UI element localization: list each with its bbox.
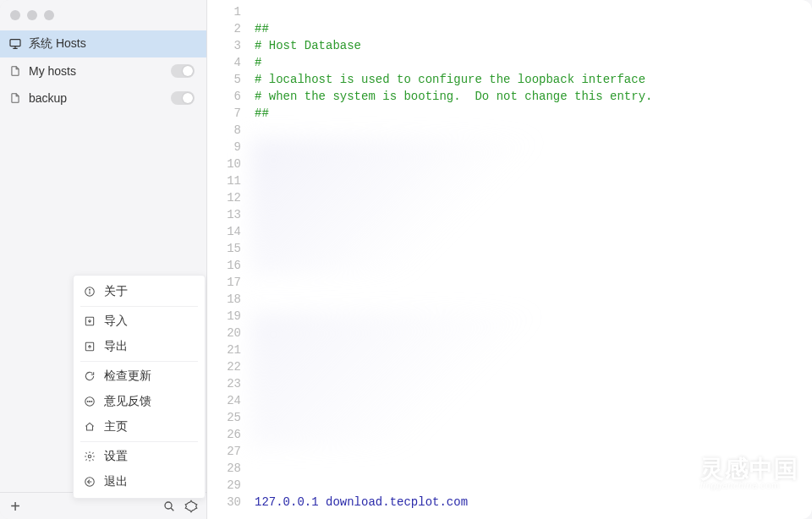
sidebar-items: 系统 HostsMy hostsbackup bbox=[0, 30, 206, 112]
menu-item-label: 退出 bbox=[104, 474, 128, 489]
line-number: 19 bbox=[207, 308, 250, 325]
line-number: 7 bbox=[207, 105, 250, 122]
code-line bbox=[255, 460, 812, 477]
line-number: 15 bbox=[207, 240, 250, 257]
line-number: 24 bbox=[207, 392, 250, 409]
menu-item-export[interactable]: 导出 bbox=[74, 334, 205, 359]
code-line bbox=[255, 274, 812, 291]
line-number: 26 bbox=[207, 426, 250, 443]
svg-line-16 bbox=[171, 508, 173, 511]
svg-point-10 bbox=[90, 402, 91, 402]
line-number: 12 bbox=[207, 189, 250, 206]
sidebar-item-label: backup bbox=[29, 91, 164, 105]
refresh-icon bbox=[84, 370, 96, 382]
gear-icon bbox=[84, 451, 96, 462]
blurred-region bbox=[251, 313, 606, 448]
line-number: 10 bbox=[207, 156, 250, 172]
traffic-minimize[interactable] bbox=[27, 10, 37, 20]
menu-item-gear[interactable]: 设置 bbox=[74, 444, 205, 469]
line-number: 5 bbox=[207, 71, 250, 88]
line-number: 18 bbox=[207, 291, 250, 308]
more-menu-popup: 关于导入导出检查更新意见反馈主页设置退出 bbox=[73, 275, 206, 499]
menu-item-refresh[interactable]: 检查更新 bbox=[74, 363, 205, 389]
more-button[interactable] bbox=[183, 498, 200, 515]
line-number: 21 bbox=[207, 341, 250, 358]
code-line bbox=[255, 122, 812, 139]
menu-item-label: 主页 bbox=[104, 419, 128, 434]
line-number: 29 bbox=[207, 477, 250, 494]
sidebar-item-label: 系统 Hosts bbox=[29, 36, 195, 52]
sidebar-item-label: My hosts bbox=[29, 64, 164, 78]
code-line bbox=[255, 477, 812, 494]
titlebar bbox=[0, 0, 206, 30]
chat-icon bbox=[84, 396, 96, 407]
code-line bbox=[255, 3, 812, 20]
menu-item-label: 关于 bbox=[104, 284, 128, 299]
menu-item-import[interactable]: 导入 bbox=[74, 309, 205, 334]
export-icon bbox=[84, 341, 96, 352]
code-line bbox=[255, 291, 812, 308]
line-number: 2 bbox=[207, 20, 250, 37]
sidebar-item-2[interactable]: backup bbox=[0, 85, 206, 112]
line-number: 13 bbox=[207, 206, 250, 223]
logout-icon bbox=[84, 476, 96, 488]
import-icon bbox=[84, 315, 96, 327]
menu-item-label: 意见反馈 bbox=[104, 394, 151, 409]
line-number: 8 bbox=[207, 122, 250, 139]
svg-point-15 bbox=[165, 502, 172, 509]
svg-point-9 bbox=[87, 402, 88, 402]
code-line: # bbox=[255, 54, 812, 71]
sidebar: 系统 HostsMy hostsbackup 关于导入导出检查更新意见反馈主页设… bbox=[0, 0, 207, 519]
file-icon bbox=[8, 64, 22, 78]
add-button[interactable]: + bbox=[7, 498, 24, 515]
menu-item-home[interactable]: 主页 bbox=[74, 414, 205, 440]
code-line: ## bbox=[255, 20, 812, 37]
sidebar-item-0[interactable]: 系统 Hosts bbox=[0, 30, 206, 57]
menu-separator bbox=[80, 441, 198, 442]
file-icon bbox=[8, 91, 22, 105]
line-number: 30 bbox=[207, 494, 250, 511]
blurred-region bbox=[251, 139, 606, 274]
editor[interactable]: 1234567891011121314151617181920212223242… bbox=[207, 0, 812, 519]
traffic-zoom[interactable] bbox=[44, 10, 54, 20]
line-number: 23 bbox=[207, 375, 250, 392]
line-number: 27 bbox=[207, 443, 250, 460]
menu-item-label: 导出 bbox=[104, 339, 128, 354]
menu-separator bbox=[80, 306, 198, 307]
menu-item-label: 检查更新 bbox=[104, 369, 151, 384]
line-number: 14 bbox=[207, 223, 250, 240]
menu-separator bbox=[80, 361, 198, 362]
traffic-close[interactable] bbox=[10, 10, 20, 20]
code-line: 127.0.0.1 download.tecplot.com bbox=[255, 494, 812, 511]
home-icon bbox=[84, 421, 96, 433]
svg-rect-0 bbox=[10, 40, 20, 46]
menu-item-logout[interactable]: 退出 bbox=[74, 469, 205, 494]
toggle-switch[interactable] bbox=[171, 91, 195, 105]
code-line: ## bbox=[255, 105, 812, 122]
search-button[interactable] bbox=[161, 498, 178, 515]
line-number: 22 bbox=[207, 358, 250, 375]
line-number: 28 bbox=[207, 460, 250, 477]
line-number: 1 bbox=[207, 3, 250, 20]
editor-gutter: 1234567891011121314151617181920212223242… bbox=[207, 0, 250, 519]
menu-item-info[interactable]: 关于 bbox=[74, 279, 205, 304]
menu-item-chat[interactable]: 意见反馈 bbox=[74, 389, 205, 414]
svg-point-11 bbox=[91, 402, 92, 402]
line-number: 17 bbox=[207, 274, 250, 291]
line-number: 20 bbox=[207, 325, 250, 341]
menu-item-label: 导入 bbox=[104, 314, 128, 329]
sidebar-item-1[interactable]: My hosts bbox=[0, 57, 206, 85]
svg-point-5 bbox=[90, 289, 91, 290]
line-number: 16 bbox=[207, 257, 250, 274]
toggle-switch[interactable] bbox=[171, 64, 195, 78]
monitor-icon bbox=[8, 37, 22, 51]
info-icon bbox=[84, 286, 96, 298]
line-number: 9 bbox=[207, 139, 250, 156]
svg-point-12 bbox=[88, 455, 91, 458]
menu-item-label: 设置 bbox=[104, 449, 128, 464]
line-number: 6 bbox=[207, 88, 250, 105]
app-window: 系统 HostsMy hostsbackup 关于导入导出检查更新意见反馈主页设… bbox=[0, 0, 812, 519]
line-number: 11 bbox=[207, 172, 250, 189]
code-line: # localhost is used to configure the loo… bbox=[255, 71, 812, 88]
code-line: # Host Database bbox=[255, 37, 812, 54]
